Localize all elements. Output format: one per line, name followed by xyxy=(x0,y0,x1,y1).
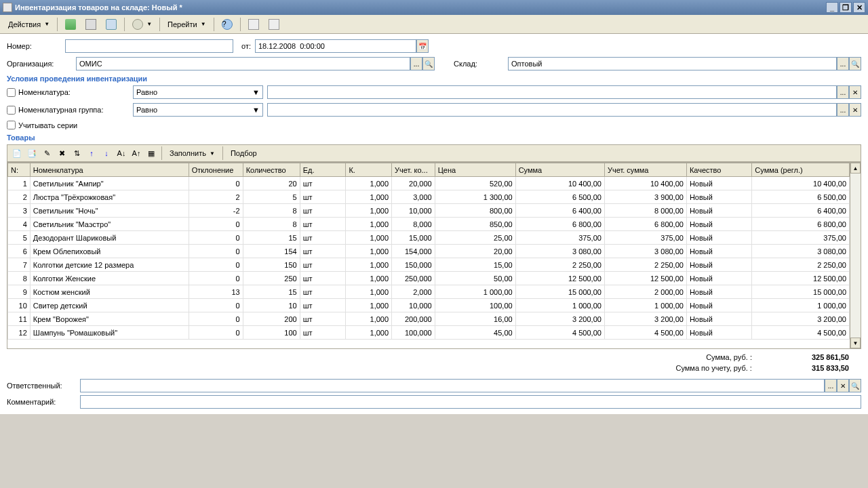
table-cell[interactable]: 200,000 xyxy=(392,312,435,326)
nom-group-value-input[interactable] xyxy=(267,103,837,117)
add-row-button[interactable]: 📄 xyxy=(10,146,24,160)
table-cell[interactable]: 0 xyxy=(189,245,243,258)
table-cell[interactable]: Колготки детские 12 размера xyxy=(30,258,189,272)
table-cell[interactable]: 375,00 xyxy=(604,231,686,245)
table-cell[interactable]: шт xyxy=(300,177,346,190)
column-header[interactable]: Сумма xyxy=(515,163,604,177)
move-up-button[interactable]: ↑ xyxy=(85,146,98,160)
sort-asc-button[interactable]: A↓ xyxy=(115,146,128,160)
table-cell[interactable]: шт xyxy=(300,231,346,245)
table-cell[interactable]: 1,000 xyxy=(346,218,392,231)
table-cell[interactable]: 8 000,00 xyxy=(604,204,686,218)
table-cell[interactable]: 2 250,00 xyxy=(604,258,686,272)
nomenclature-clear-button[interactable]: ✕ xyxy=(849,85,861,99)
table-cell[interactable]: 154 xyxy=(243,245,300,258)
sort-desc-button[interactable]: A↑ xyxy=(130,146,143,160)
table-cell[interactable]: 3 080,00 xyxy=(752,245,850,258)
table-cell[interactable]: 4 xyxy=(8,218,31,231)
table-cell[interactable]: шт xyxy=(300,285,346,299)
table-cell[interactable]: 1,000 xyxy=(346,285,392,299)
table-cell[interactable]: 0 xyxy=(189,272,243,285)
fill-button[interactable]: Заполнить▼ xyxy=(165,147,219,159)
table-cell[interactable]: 4 500,00 xyxy=(604,326,686,340)
table-cell[interactable]: 6 800,00 xyxy=(515,218,604,231)
table-cell[interactable]: 10 400,00 xyxy=(752,177,850,190)
column-header[interactable]: Номенклатура xyxy=(30,163,189,177)
table-cell[interactable]: 1 300,00 xyxy=(435,190,515,204)
warehouse-input[interactable] xyxy=(508,57,837,70)
table-cell[interactable]: 3 900,00 xyxy=(604,190,686,204)
table-cell[interactable]: 2 000,00 xyxy=(604,285,686,299)
table-cell[interactable]: 0 xyxy=(189,299,243,312)
table-cell[interactable]: 3 xyxy=(8,204,31,218)
nom-group-clear-button[interactable]: ✕ xyxy=(849,103,861,117)
table-cell[interactable]: 15 000,00 xyxy=(515,285,604,299)
table-cell[interactable]: Костюм женский xyxy=(30,285,189,299)
warehouse-search-button[interactable]: 🔍 xyxy=(849,57,861,70)
table-cell[interactable]: Свитер детский xyxy=(30,299,189,312)
column-header[interactable]: Ед. xyxy=(300,163,346,177)
table-row[interactable]: 2Люстра "Трёхрожковая"25шт1,0003,0001 30… xyxy=(8,190,850,204)
org-select-button[interactable]: ... xyxy=(410,57,422,70)
table-cell[interactable]: 6 800,00 xyxy=(752,218,850,231)
scroll-down-button[interactable]: ▼ xyxy=(850,338,861,348)
table-cell[interactable]: шт xyxy=(300,299,346,312)
table-cell[interactable]: 1 000,00 xyxy=(515,299,604,312)
table-cell[interactable]: Люстра "Трёхрожковая" xyxy=(30,190,189,204)
table-cell[interactable]: Крем "Ворожея" xyxy=(30,312,189,326)
help-button[interactable]: ? xyxy=(218,17,237,32)
table-cell[interactable]: 1,000 xyxy=(346,204,392,218)
list-button-2[interactable] xyxy=(264,17,283,32)
move-down-button[interactable]: ↓ xyxy=(100,146,113,160)
nomenclature-select-button[interactable]: ... xyxy=(837,85,849,99)
table-cell[interactable]: 2 xyxy=(8,190,31,204)
table-cell[interactable]: 1,000 xyxy=(346,299,392,312)
table-cell[interactable]: 1,000 xyxy=(346,326,392,340)
responsible-input[interactable] xyxy=(80,379,825,392)
responsible-search-button[interactable]: 🔍 xyxy=(849,379,861,392)
number-input[interactable] xyxy=(65,39,233,53)
table-cell[interactable]: Новый xyxy=(686,285,751,299)
list-button-1[interactable] xyxy=(244,17,263,32)
goto-button[interactable]: Перейти▼ xyxy=(163,18,210,30)
table-cell[interactable]: 8 xyxy=(243,204,300,218)
table-cell[interactable]: шт xyxy=(300,258,346,272)
table-cell[interactable]: 2 250,00 xyxy=(515,258,604,272)
column-header[interactable]: Количество xyxy=(243,163,300,177)
copy-button[interactable] xyxy=(81,17,100,32)
table-cell[interactable]: Новый xyxy=(686,204,751,218)
table-cell[interactable]: 1 000,00 xyxy=(604,299,686,312)
table-row[interactable]: 3Светильник "Ночь"-28шт1,00010,000800,00… xyxy=(8,204,850,218)
table-cell[interactable]: 3,000 xyxy=(392,190,435,204)
table-cell[interactable]: 11 xyxy=(8,312,31,326)
table-cell[interactable]: шт xyxy=(300,204,346,218)
table-cell[interactable]: 25,00 xyxy=(435,231,515,245)
table-cell[interactable]: 6 500,00 xyxy=(752,190,850,204)
table-cell[interactable]: Новый xyxy=(686,177,751,190)
table-cell[interactable]: 2,000 xyxy=(392,285,435,299)
table-cell[interactable]: шт xyxy=(300,218,346,231)
column-header[interactable]: Качество xyxy=(686,163,751,177)
table-row[interactable]: 7Колготки детские 12 размера0150шт1,0001… xyxy=(8,258,850,272)
table-cell[interactable]: 0 xyxy=(189,177,243,190)
table-cell[interactable]: 10 xyxy=(8,299,31,312)
table-cell[interactable]: 15,00 xyxy=(435,258,515,272)
close-button[interactable]: ✕ xyxy=(853,2,865,13)
table-cell[interactable]: 150 xyxy=(243,258,300,272)
table-cell[interactable]: 1,000 xyxy=(346,272,392,285)
grid-button[interactable]: ▦ xyxy=(144,146,158,160)
table-cell[interactable]: 50,00 xyxy=(435,272,515,285)
table-cell[interactable]: 10 400,00 xyxy=(604,177,686,190)
column-header[interactable]: Отклонение xyxy=(189,163,243,177)
table-cell[interactable]: 15 000,00 xyxy=(752,285,850,299)
vertical-scrollbar[interactable]: ▲ ▼ xyxy=(850,163,861,348)
edit-row-button[interactable]: ✎ xyxy=(40,146,54,160)
table-cell[interactable]: Новый xyxy=(686,218,751,231)
table-cell[interactable]: Новый xyxy=(686,299,751,312)
table-cell[interactable]: Новый xyxy=(686,245,751,258)
column-header[interactable]: Сумма (регл.) xyxy=(752,163,850,177)
table-cell[interactable]: 250,000 xyxy=(392,272,435,285)
reorder-button[interactable]: ⇅ xyxy=(70,146,83,160)
table-cell[interactable]: 16,00 xyxy=(435,312,515,326)
table-cell[interactable]: 1,000 xyxy=(346,231,392,245)
